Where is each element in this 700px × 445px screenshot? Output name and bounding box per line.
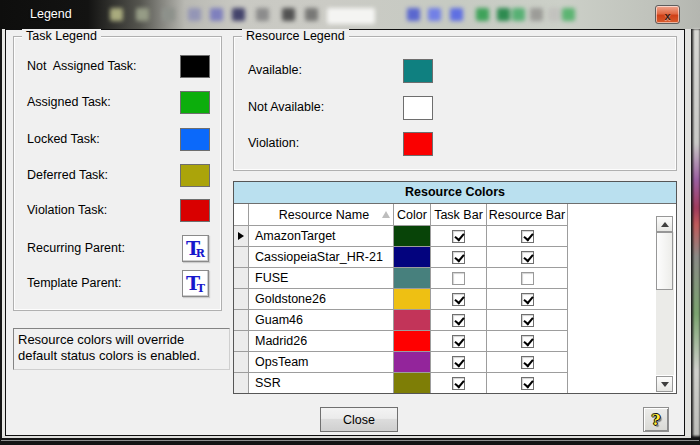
legend-item-assigned: Assigned Task: xyxy=(14,91,221,117)
resource-color-swatch xyxy=(394,226,430,246)
table-row[interactable]: AmazonTarget xyxy=(234,226,676,247)
resource-bar-cell[interactable] xyxy=(487,352,568,373)
task-bar-checkbox[interactable] xyxy=(452,377,465,390)
column-header-label: Resource Name xyxy=(279,208,369,222)
resource-bar-checkbox[interactable] xyxy=(521,230,534,243)
row-selector[interactable] xyxy=(234,226,249,247)
scroll-up-button[interactable] xyxy=(656,216,673,232)
blurred-toolbar-icon xyxy=(497,8,510,21)
resource-colors-table: Resource Colors Resource Name Color Task… xyxy=(233,181,677,394)
resource-bar-checkbox[interactable] xyxy=(521,293,534,306)
help-button[interactable]: ? xyxy=(643,407,669,432)
resource-color-swatch xyxy=(394,247,430,267)
row-selector[interactable] xyxy=(234,268,249,289)
color-cell[interactable] xyxy=(394,226,431,247)
resource-bar-cell[interactable] xyxy=(487,226,568,247)
row-selector[interactable] xyxy=(234,289,249,310)
blurred-toolbar-icon xyxy=(476,8,489,21)
task-bar-cell[interactable] xyxy=(431,373,487,394)
task-bar-cell[interactable] xyxy=(431,352,487,373)
table-row[interactable]: CassiopeiaStar_HR-21 xyxy=(234,247,676,268)
resource-name-cell[interactable]: Madrid26 xyxy=(249,331,394,352)
task-bar-cell[interactable] xyxy=(431,247,487,268)
scroll-down-button[interactable] xyxy=(656,376,673,392)
resource-bar-checkbox[interactable] xyxy=(521,314,534,327)
column-header-color[interactable]: Color xyxy=(394,204,431,226)
legend-item-label: Violation: xyxy=(248,136,299,150)
resource-bar-cell[interactable] xyxy=(487,331,568,352)
task-bar-checkbox[interactable] xyxy=(452,293,465,306)
vertical-scrollbar[interactable] xyxy=(655,204,675,393)
resource-bar-cell[interactable] xyxy=(487,289,568,310)
resource-bar-checkbox[interactable] xyxy=(521,251,534,264)
color-cell[interactable] xyxy=(394,352,431,373)
task-legend-title: Task Legend xyxy=(22,29,101,43)
legend-item-locked: Locked Task: xyxy=(14,128,221,154)
sort-ascending-icon xyxy=(382,211,390,218)
color-cell[interactable] xyxy=(394,331,431,352)
task-bar-cell[interactable] xyxy=(431,331,487,352)
resource-bar-cell[interactable] xyxy=(487,310,568,331)
window-title: Legend xyxy=(30,0,72,28)
color-cell[interactable] xyxy=(394,247,431,268)
column-header-resource-bar[interactable]: Resource Bar xyxy=(487,204,568,226)
color-cell[interactable] xyxy=(394,310,431,331)
table-row[interactable]: OpsTeam xyxy=(234,352,676,373)
legend-item-available: Available: xyxy=(234,59,676,85)
task-bar-checkbox[interactable] xyxy=(452,314,465,327)
column-header-resource-name[interactable]: Resource Name xyxy=(249,204,394,226)
column-header-label: Task Bar xyxy=(434,208,483,222)
resource-name-cell[interactable]: FUSE xyxy=(249,268,394,289)
dialog-body: Task Legend Not Assigned Task: Assigned … xyxy=(5,29,685,436)
row-selector[interactable] xyxy=(234,247,249,268)
row-selector[interactable] xyxy=(234,373,249,394)
table-row[interactable]: Guam46 xyxy=(234,310,676,331)
color-cell[interactable] xyxy=(394,373,431,394)
resource-name-cell[interactable]: AmazonTarget xyxy=(249,226,394,247)
task-bar-checkbox[interactable] xyxy=(452,356,465,369)
resource-bar-cell[interactable] xyxy=(487,373,568,394)
task-bar-checkbox[interactable] xyxy=(452,272,465,285)
legend-item-not-available: Not Available: xyxy=(234,96,676,122)
resource-bar-cell[interactable] xyxy=(487,247,568,268)
task-bar-checkbox[interactable] xyxy=(452,251,465,264)
resource-bar-checkbox[interactable] xyxy=(521,335,534,348)
blurred-toolbar-icon xyxy=(305,8,318,21)
legend-dialog: Legend x Task Legend Not Assigned Task: … xyxy=(0,0,700,445)
color-swatch xyxy=(180,164,210,187)
table-row[interactable]: Madrid26 xyxy=(234,331,676,352)
legend-item-label: Template Parent: xyxy=(27,276,122,290)
task-bar-cell[interactable] xyxy=(431,289,487,310)
resource-bar-checkbox[interactable] xyxy=(521,377,534,390)
task-bar-cell[interactable] xyxy=(431,268,487,289)
resource-bar-cell[interactable] xyxy=(487,268,568,289)
resource-name-cell[interactable]: Goldstone26 xyxy=(249,289,394,310)
color-cell[interactable] xyxy=(394,289,431,310)
scrollbar-thumb[interactable] xyxy=(656,232,673,290)
resource-bar-checkbox[interactable] xyxy=(521,356,534,369)
resource-name-cell[interactable]: OpsTeam xyxy=(249,352,394,373)
color-swatch xyxy=(180,128,210,151)
close-button[interactable]: Close xyxy=(320,407,398,432)
resource-name-cell[interactable]: CassiopeiaStar_HR-21 xyxy=(249,247,394,268)
task-bar-cell[interactable] xyxy=(431,226,487,247)
resource-name-cell[interactable]: SSR xyxy=(249,373,394,394)
resource-name-cell[interactable]: Guam46 xyxy=(249,310,394,331)
table-row[interactable]: Goldstone26 xyxy=(234,289,676,310)
task-bar-checkbox[interactable] xyxy=(452,230,465,243)
override-note: Resource colors will override default st… xyxy=(13,328,230,370)
row-selector[interactable] xyxy=(234,310,249,331)
recurring-parent-icon: T R xyxy=(182,235,209,262)
close-window-button[interactable]: x xyxy=(655,5,680,24)
resource-bar-checkbox[interactable] xyxy=(521,272,534,285)
row-selector[interactable] xyxy=(234,352,249,373)
table-row[interactable]: FUSE xyxy=(234,268,676,289)
titlebar[interactable]: Legend x xyxy=(0,0,700,29)
color-cell[interactable] xyxy=(394,268,431,289)
blurred-toolbar-icon xyxy=(548,8,561,21)
task-bar-checkbox[interactable] xyxy=(452,335,465,348)
column-header-task-bar[interactable]: Task Bar xyxy=(431,204,487,226)
task-bar-cell[interactable] xyxy=(431,310,487,331)
row-selector[interactable] xyxy=(234,331,249,352)
table-row[interactable]: SSR xyxy=(234,373,676,394)
